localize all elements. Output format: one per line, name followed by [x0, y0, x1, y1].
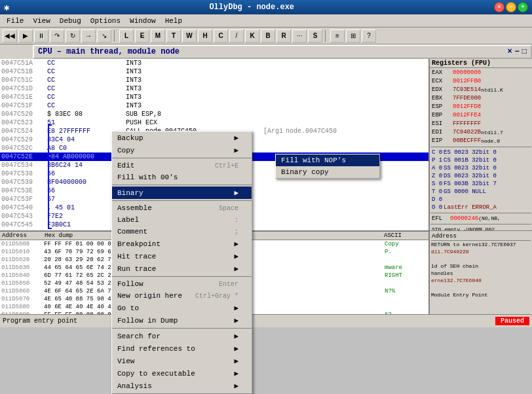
tb-run-to[interactable]: ↘	[97, 29, 111, 43]
ctx-hit-trace[interactable]: Hit trace▶	[112, 250, 252, 262]
tb-h[interactable]: H	[198, 29, 212, 43]
maximize-btn[interactable]: +	[518, 2, 528, 12]
registers-panel: Registers (FPU) EAX00000000 ECX0012FFB0 …	[429, 59, 532, 314]
menu-debug[interactable]: Debug	[56, 16, 85, 26]
flag-o: O 0LastErr ERROR_A	[430, 204, 531, 211]
tb-l[interactable]: L	[119, 29, 134, 43]
stack-line: RETURN to kernel32.7C7E6037	[431, 241, 531, 248]
dasm-row[interactable]: 0047C51D CC INT3	[0, 84, 428, 93]
reg-edi: EDI7C94022B ntdll.7	[430, 128, 531, 137]
ctx-view[interactable]: View▶	[112, 355, 252, 367]
stack-header: Address	[431, 232, 531, 241]
flag-t: T 0GS 0000 NULL	[430, 188, 531, 196]
flag-s: S 0FS 003B 32bit 7	[430, 180, 531, 188]
ctx-run-trace[interactable]: Run trace▶	[112, 262, 252, 275]
close-btn[interactable]: ×	[494, 2, 504, 12]
ctx-binary-copy[interactable]: Binary copy	[276, 166, 379, 178]
ctx-follow-dump[interactable]: Follow in Dump▶	[112, 314, 252, 327]
tb-dots[interactable]: ···	[292, 29, 307, 43]
flag-a: A 0SS 0023 32bit 0	[430, 164, 531, 172]
ctx-assemble[interactable]: AssembleSpace	[112, 202, 252, 214]
reg-ebp: EBP0012FFE4	[430, 111, 531, 120]
tb-slash[interactable]: /	[229, 29, 244, 43]
ctx-binary[interactable]: Binary▶	[112, 187, 252, 199]
tb-rewind[interactable]: ◀◀	[3, 29, 17, 43]
tb-b[interactable]: B	[261, 29, 275, 43]
tb-separator-1	[114, 30, 117, 42]
ctx-sep-5	[112, 328, 252, 329]
reg-esi: ESIFFFFFFFF	[430, 120, 531, 128]
reg-eax: EAX00000000	[430, 69, 531, 77]
stack-line: ernel32.7C7E6040	[431, 277, 531, 284]
tb-r[interactable]: R	[276, 29, 291, 43]
minimize-btn[interactable]: −	[506, 2, 516, 12]
efl-separator	[430, 224, 531, 224]
tb-e[interactable]: E	[135, 29, 149, 43]
tb-play[interactable]: ▶	[18, 29, 33, 43]
ctx-breakpoint[interactable]: Breakpoint▶	[112, 238, 252, 250]
ctx-comment[interactable]: Comment;	[112, 226, 252, 238]
status-paused: Paused	[495, 317, 529, 325]
registers-header: Registers (FPU)	[430, 59, 532, 68]
tb-m[interactable]: M	[151, 29, 165, 43]
reg-eip: EIP00BECFFF node.0	[430, 137, 531, 145]
dasm-row[interactable]: 0047C51B CC INT3	[0, 67, 428, 76]
menu-help[interactable]: Help	[161, 16, 186, 26]
cpu-title: CPU – main thread, module node	[38, 47, 180, 56]
dasm-row[interactable]: 0047C51F CC INT3	[0, 101, 428, 110]
stack-line	[431, 255, 531, 262]
menu-file[interactable]: File	[3, 16, 28, 26]
cpu-close-btn[interactable]: ×	[507, 47, 512, 56]
ctx-copy-exec[interactable]: Copy to executable▶	[112, 367, 252, 380]
reg-ecx: ECX0012FFB0	[430, 77, 531, 86]
cpu-header-controls: × − □	[507, 47, 527, 56]
tb-step-out[interactable]: →	[81, 29, 96, 43]
ctx-sep-3	[112, 200, 252, 201]
cpu-max-btn[interactable]: □	[522, 47, 527, 56]
flag-z: Z 0DS 0023 32bit 0	[430, 172, 531, 180]
context-menu[interactable]: Backup▶ Copy▶ EditCtrl+E Fill with 00's …	[111, 131, 252, 394]
ctx-fill-nops[interactable]: Fill with NOP's	[276, 154, 379, 166]
menu-options[interactable]: Options	[86, 16, 124, 26]
ctx-analysis[interactable]: Analysis▶	[112, 380, 252, 392]
ctx-follow[interactable]: FollowEnter	[112, 278, 252, 290]
ctx-backup[interactable]: Backup▶	[112, 132, 252, 144]
tb-w[interactable]: W	[182, 29, 197, 43]
reg-efl: EFL00000246 (NO,NB,	[430, 215, 531, 223]
stack-line: handles	[431, 270, 531, 277]
tb-step-in[interactable]: ↻	[66, 29, 80, 43]
main-area: 0047C51A CC INT3 0047C51B CC INT3 0047C5…	[0, 59, 532, 314]
tb-pause[interactable]: ⏸	[34, 29, 48, 43]
stack-line: ld of SEH chain	[431, 262, 531, 270]
dasm-row[interactable]: 0047C51A CC INT3	[0, 59, 428, 67]
cpu-min-btn[interactable]: −	[515, 47, 520, 56]
tb-k[interactable]: K	[245, 29, 259, 43]
tb-list[interactable]: ≡	[330, 29, 345, 43]
jump-bracket	[48, 124, 52, 229]
dasm-row[interactable]: 0047C520 $ 83EC 08 SUB ESP,8	[0, 110, 428, 118]
ctx-copy[interactable]: Copy▶	[112, 144, 252, 156]
cpu-header-label: CPU – main thread, module node × − □	[33, 45, 532, 59]
dasm-row[interactable]: 0047C51C CC INT3	[0, 76, 428, 84]
ctx-label[interactable]: Label:	[112, 214, 252, 226]
dasm-row[interactable]: 0047C523 51 PUSH ECX	[0, 118, 428, 127]
tb-s[interactable]: S	[308, 29, 322, 43]
tb-c[interactable]: C	[214, 29, 228, 43]
ctx-goto[interactable]: Go to▶	[112, 302, 252, 314]
binary-submenu[interactable]: Fill with NOP's Binary copy	[275, 154, 380, 179]
tb-step-over[interactable]: ↷	[50, 29, 64, 43]
dasm-row[interactable]: 0047C51E CC INT3	[0, 93, 428, 101]
ctx-new-origin[interactable]: New origin hereCtrl+Gray *	[112, 290, 252, 302]
ctx-sep-4	[112, 276, 252, 277]
menu-window[interactable]: Window	[126, 16, 160, 26]
tb-t[interactable]: T	[166, 29, 181, 43]
ctx-search-for[interactable]: Search for▶	[112, 330, 252, 342]
tb-grid[interactable]: ⊞	[346, 29, 360, 43]
menu-view[interactable]: View	[29, 16, 54, 26]
status-bar: Program entry point Paused	[0, 314, 532, 327]
tb-help[interactable]: ?	[362, 29, 376, 43]
ctx-find-refs[interactable]: Find references to▶	[112, 342, 252, 355]
reg-ebx: EBX7FFDE000	[430, 94, 531, 103]
ctx-fill-00[interactable]: Fill with 00's	[112, 171, 252, 183]
ctx-edit[interactable]: EditCtrl+E	[112, 160, 252, 171]
